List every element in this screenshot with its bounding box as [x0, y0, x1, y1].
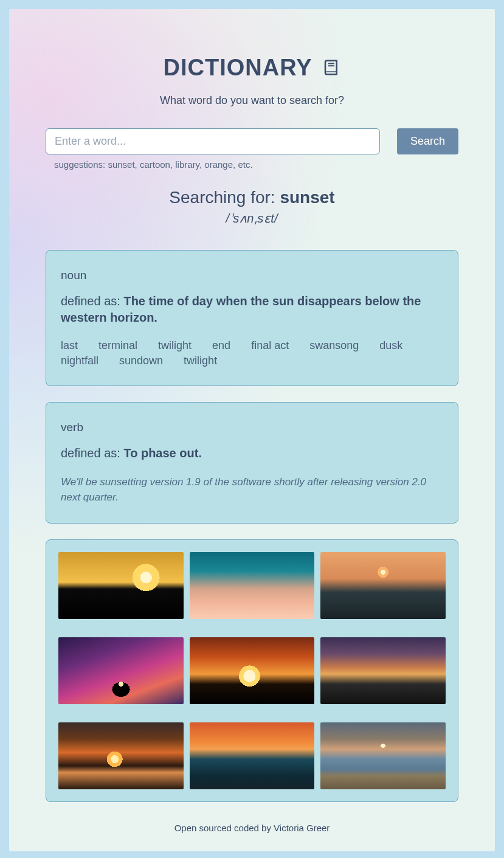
- gallery-image: [320, 722, 446, 789]
- phonetic: /ˈsʌnˌsɛt/: [46, 211, 458, 226]
- definition: defined as: To phase out.: [61, 445, 443, 462]
- definition-card: noun defined as: The time of day when th…: [46, 250, 458, 386]
- definition: defined as: The time of day when the sun…: [61, 293, 443, 326]
- gallery-image: [320, 637, 446, 704]
- synonym: swansong: [309, 339, 359, 352]
- title-text: DICTIONARY: [164, 55, 312, 80]
- book-icon: [322, 56, 340, 82]
- gallery-image: [58, 722, 184, 789]
- search-suggestions: suggestions: sunset, cartoon, library, o…: [54, 159, 458, 170]
- gallery-image: [190, 637, 315, 704]
- subtitle: What word do you want to search for?: [46, 94, 458, 107]
- synonyms-list: last terminal twilight end final act swa…: [61, 339, 443, 367]
- footer-credit: Open sourced coded by Victoria Greer: [46, 814, 458, 833]
- gallery-image: [190, 552, 315, 619]
- synonym: twilight: [184, 355, 217, 367]
- page-title: DICTIONARY: [46, 55, 458, 82]
- image-gallery: [46, 539, 458, 802]
- gallery-image: [190, 722, 315, 789]
- searching-for-prefix: Searching for:: [169, 188, 280, 207]
- search-input[interactable]: [46, 128, 380, 154]
- gallery-image: [58, 637, 184, 704]
- searching-for: Searching for: sunset: [46, 188, 458, 207]
- searched-word: sunset: [280, 188, 334, 207]
- synonym: final act: [251, 339, 289, 352]
- search-row: Search: [46, 128, 458, 154]
- synonym: nightfall: [61, 355, 98, 367]
- part-of-speech: verb: [61, 421, 443, 434]
- synonym: dusk: [379, 339, 402, 352]
- synonym: terminal: [98, 339, 137, 352]
- synonym: sundown: [119, 355, 163, 367]
- definition-card: verb defined as: To phase out. We'll be …: [46, 402, 458, 524]
- definition-label: defined as:: [61, 294, 123, 308]
- synonym: last: [61, 339, 78, 352]
- synonym: twilight: [158, 339, 192, 352]
- synonym: end: [212, 339, 230, 352]
- part-of-speech: noun: [61, 269, 443, 282]
- gallery-image: [320, 552, 446, 619]
- gallery-image: [58, 552, 184, 619]
- example-sentence: We'll be sunsetting version 1.9 of the s…: [61, 475, 443, 505]
- search-button[interactable]: Search: [397, 128, 458, 154]
- definition-label: defined as:: [61, 446, 123, 460]
- definition-text: To phase out.: [123, 446, 202, 460]
